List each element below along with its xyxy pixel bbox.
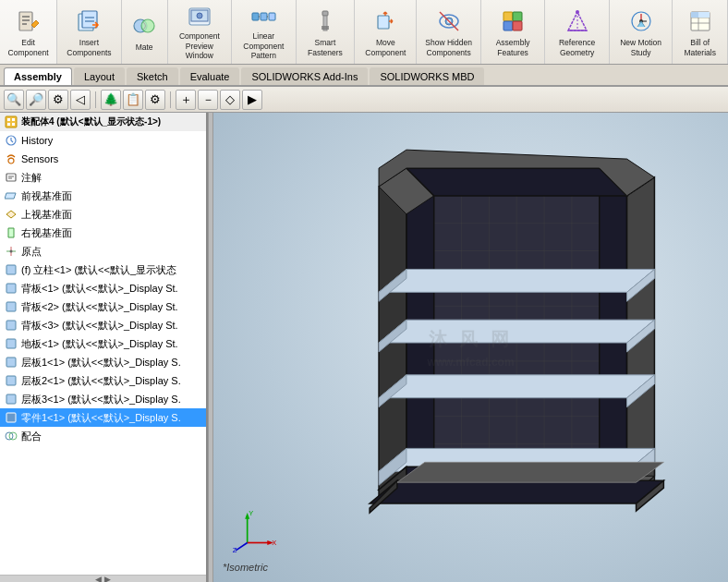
tree-item-backpanel2[interactable]: 背板<2> (默认<<默认>_Display St.	[0, 297, 206, 316]
mate-icon	[129, 11, 159, 41]
tab-sketch[interactable]: Sketch	[127, 67, 178, 85]
tree-item-annotations[interactable]: 注解	[0, 168, 206, 187]
assembly-features-icon	[498, 6, 528, 36]
tb2-prop-btn[interactable]: 📋	[123, 90, 143, 110]
component-preview-icon	[185, 4, 214, 30]
toolbar2-separator	[95, 91, 96, 108]
secondary-toolbar: 🔍 🔎 ⚙ ◁ 🌲 📋 ⚙ ＋ － ◇ ▶	[0, 87, 728, 113]
svg-rect-44	[12, 118, 15, 121]
assembly-root-icon	[4, 115, 18, 129]
tree-item-shelf3[interactable]: 层板3<1> (默认<<默认>_Display S.	[0, 390, 206, 408]
tree-item-shelf2[interactable]: 层板2<1> (默认<<默认>_Display S.	[0, 371, 206, 390]
tb2-filter-btn[interactable]: ⚙	[48, 90, 68, 110]
svg-marker-54	[8, 228, 14, 237]
tree-item-backpanel3-label: 背板<3> (默认<<默认>_Display St.	[21, 319, 202, 333]
svg-rect-27	[504, 12, 513, 21]
reference-geometry-button[interactable]: Reference Geometry	[545, 0, 609, 64]
annotations-icon	[4, 170, 18, 185]
svg-rect-0	[19, 12, 32, 30]
tb2-tree-btn[interactable]: 🌲	[101, 90, 121, 110]
show-hidden-button[interactable]: Show Hidden Components	[417, 0, 480, 64]
tree-item-right-plane[interactable]: 右视基准面	[0, 224, 206, 242]
tree-item-origin-label: 原点	[21, 245, 202, 259]
linear-pattern-icon	[249, 4, 278, 30]
bom-label: Bill of Materials	[678, 38, 722, 56]
tab-sw-addins[interactable]: SOLIDWORKS Add-Ins	[241, 67, 368, 85]
svg-rect-30	[513, 21, 522, 30]
reference-geometry-label: Reference Geometry	[551, 38, 602, 56]
svg-marker-116	[397, 462, 663, 482]
sidebar-scroll-bar[interactable]: ◀ ▶	[0, 575, 206, 582]
component-preview-button[interactable]: Component Preview Window	[168, 0, 232, 64]
svg-marker-97	[379, 269, 654, 292]
mate-button[interactable]: Mate	[122, 0, 168, 64]
tb2-plus-btn[interactable]: ＋	[176, 90, 196, 110]
assembly-features-label: Assembly Features	[487, 38, 539, 56]
tree-item-mate[interactable]: 配合	[0, 427, 206, 445]
motion-study-label: New Motion Study	[615, 38, 667, 56]
tree-item-part1[interactable]: 零件1<1> (默认<<默认>_Display S.	[0, 408, 206, 427]
tab-evaluate[interactable]: Evaluate	[180, 67, 240, 85]
tab-sw-mbd[interactable]: SOLIDWORKS MBD	[370, 67, 484, 85]
view-label: *Isometric	[223, 562, 268, 573]
svg-rect-41	[698, 12, 710, 18]
svg-rect-15	[269, 13, 275, 20]
tree-item-origin[interactable]: 原点	[0, 242, 206, 261]
svg-rect-59	[6, 284, 16, 293]
toolbar2-separator2	[170, 91, 171, 108]
edit-component-label: Edit Component	[6, 38, 51, 56]
assembly-root[interactable]: 装配体4 (默认<默认_显示状态-1>)	[0, 113, 206, 131]
top-plane-icon	[4, 207, 18, 222]
part-icon-5	[4, 336, 18, 351]
svg-line-123	[236, 543, 247, 551]
part-icon-9	[4, 410, 18, 425]
move-component-button[interactable]: Move Component	[355, 0, 417, 64]
tb2-zoom-btn[interactable]: 🔎	[26, 90, 46, 110]
svg-marker-103	[379, 375, 654, 398]
smart-fasteners-button[interactable]: Smart Fasteners	[297, 0, 356, 64]
svg-rect-49	[6, 174, 16, 181]
3d-model-view	[213, 113, 728, 582]
assembly-root-label: 装配体4 (默认<默认_显示状态-1>)	[21, 115, 202, 128]
ribbon-tab-bar: Assembly Layout Sketch Evaluate SOLIDWOR…	[0, 65, 728, 87]
tb2-angle-btn[interactable]: ◇	[220, 90, 240, 110]
tree-item-right-plane-label: 右视基准面	[21, 226, 202, 240]
tree-item-sensors[interactable]: Sensors	[0, 150, 206, 168]
tree-item-top-plane[interactable]: 上视基准面	[0, 205, 206, 224]
motion-study-button[interactable]: New Motion Study	[610, 0, 673, 64]
tb2-arrow-btn[interactable]: ▶	[242, 90, 262, 110]
insert-components-button[interactable]: Insert Components	[57, 0, 121, 64]
part-icon-6	[4, 355, 18, 370]
tree-item-column[interactable]: (f) 立柱<1> (默认<<默认_显示状态	[0, 261, 206, 279]
main-toolbar: Edit Component Insert Components Mate	[0, 0, 728, 65]
tree-item-floor[interactable]: 地板<1> (默认<<默认>_Display St.	[0, 334, 206, 353]
svg-rect-45	[7, 123, 10, 126]
tb2-expand-btn[interactable]: ◁	[70, 90, 91, 110]
linear-pattern-button[interactable]: Linear Component Pattern	[232, 0, 296, 64]
tree-item-backpanel1[interactable]: 背板<1> (默认<<默认>_Display St.	[0, 279, 206, 297]
tree-item-history[interactable]: History	[0, 131, 206, 150]
svg-text:Y: Y	[249, 509, 253, 517]
tb2-config-btn[interactable]: ⚙	[145, 90, 165, 110]
svg-marker-100	[379, 320, 654, 343]
bill-of-materials-button[interactable]: Bill of Materials	[673, 0, 728, 64]
insert-components-label: Insert Components	[63, 38, 115, 56]
tb2-minus-btn[interactable]: －	[198, 90, 218, 110]
edit-component-button[interactable]: Edit Component	[0, 0, 57, 64]
mate-label: Mate	[136, 42, 153, 52]
tree-item-backpanel3[interactable]: 背板<3> (默认<<默认>_Display St.	[0, 316, 206, 334]
right-plane-icon	[4, 225, 18, 240]
tab-layout[interactable]: Layout	[74, 67, 125, 85]
3d-viewport[interactable]: 沐 风 网 www.mfcad.com Y X Z *Isometric	[213, 113, 728, 582]
tb2-search-btn[interactable]: 🔍	[4, 90, 24, 110]
assembly-features-button[interactable]: Assembly Features	[481, 0, 545, 64]
linear-pattern-label: Linear Component Pattern	[237, 31, 289, 60]
svg-rect-64	[6, 376, 16, 385]
tree-item-top-plane-label: 上视基准面	[21, 208, 202, 222]
tree-item-history-label: History	[21, 135, 202, 146]
tree-item-shelf1[interactable]: 层板1<1> (默认<<默认>_Display S.	[0, 353, 206, 371]
show-hidden-icon	[434, 6, 464, 36]
tree-item-front-plane[interactable]: 前视基准面	[0, 187, 206, 205]
tab-assembly[interactable]: Assembly	[4, 67, 72, 85]
history-icon	[4, 133, 18, 148]
